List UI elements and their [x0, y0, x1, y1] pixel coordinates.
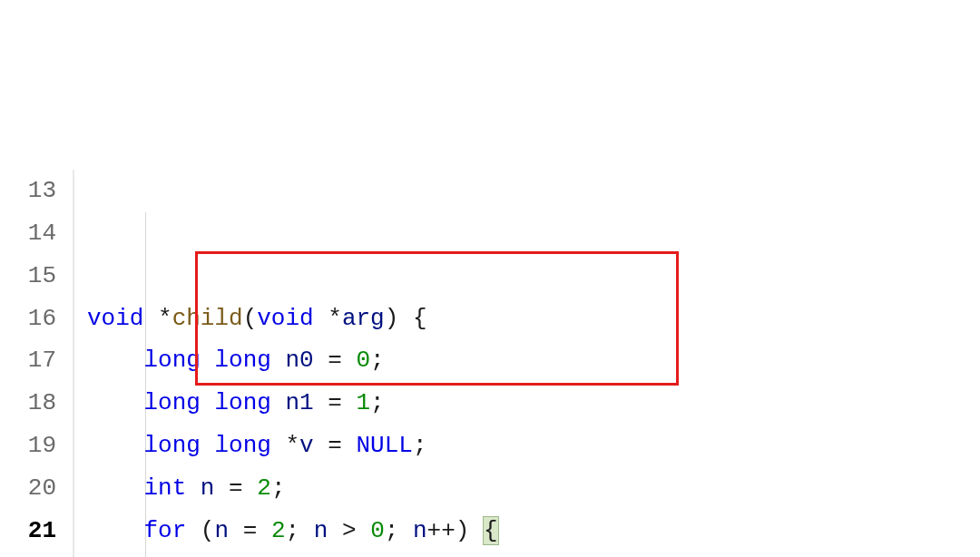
code-editor[interactable]: 13141516171819202122232425 void *child(v… [0, 170, 980, 557]
token-op: ++ [427, 517, 456, 544]
token-op: * [271, 432, 299, 459]
token-type: long long [143, 347, 270, 374]
code-line[interactable]: long long *v = NULL; [87, 425, 653, 467]
token-id: n0 [271, 347, 314, 374]
line-number: 13 [0, 170, 56, 212]
token-punct: ; [370, 347, 385, 374]
line-number: 16 [0, 298, 56, 340]
token-punct: ) [385, 305, 413, 332]
token-id: v [299, 432, 314, 459]
token-brace: { [484, 517, 498, 544]
line-number: 18 [0, 382, 56, 425]
token-id: n [214, 517, 229, 544]
line-number: 21 [0, 510, 56, 552]
line-number: 19 [0, 425, 56, 467]
line-number-gutter: 13141516171819202122232425 [0, 170, 74, 557]
token-op: * [143, 305, 172, 332]
token-id: n [186, 474, 214, 502]
token-num: 0 [370, 517, 385, 544]
code-line[interactable]: long long n1 = 1; [87, 382, 653, 425]
token-kw: void [257, 305, 313, 332]
token-id: n [314, 517, 328, 544]
token-punct: ; [271, 474, 286, 502]
token-type: long long [143, 389, 270, 416]
token-kw: for [143, 517, 186, 544]
token-op: = [314, 389, 357, 416]
token-kw: NULL [357, 432, 413, 459]
token-op: = [229, 517, 271, 544]
token-id: n1 [271, 389, 314, 416]
line-number: 20 [0, 467, 56, 510]
token-punct: ; [285, 517, 313, 544]
token-op: * [314, 305, 342, 332]
token-num: 1 [356, 389, 370, 416]
token-op: > [328, 517, 370, 544]
token-punct: { [413, 305, 427, 332]
code-line[interactable]: v = fibonacci(&n0, &n1); [87, 552, 653, 557]
token-num: 2 [271, 517, 286, 544]
code-line[interactable]: long long n0 = 0; [87, 339, 653, 382]
token-punct: ( [186, 517, 214, 544]
token-type: int [143, 474, 186, 502]
token-kw: void [87, 305, 143, 332]
code-line[interactable]: int n = 2; [87, 467, 653, 510]
line-number: 17 [0, 339, 56, 382]
token-punct: ( [243, 305, 258, 332]
token-id: arg [342, 305, 385, 332]
code-line[interactable]: for (n = 2; n > 0; n++) { [87, 510, 653, 552]
token-num: 0 [356, 347, 370, 374]
token-punct: ) [456, 517, 484, 544]
token-id: n [413, 517, 427, 544]
code-area[interactable]: void *child(void *arg) { long long n0 = … [74, 170, 653, 557]
token-num: 2 [257, 474, 271, 502]
token-op: = [214, 474, 257, 502]
line-number: 15 [0, 255, 56, 298]
token-type: long long [143, 432, 270, 459]
line-number: 22 [0, 552, 56, 557]
code-line[interactable]: void *child(void *arg) { [87, 298, 653, 340]
token-op: = [314, 432, 357, 459]
token-punct: ; [385, 517, 413, 544]
token-punct: ; [413, 432, 427, 459]
line-number: 14 [0, 212, 56, 255]
token-op: = [314, 347, 357, 374]
token-fn: child [172, 305, 243, 332]
token-punct: ; [370, 389, 385, 416]
